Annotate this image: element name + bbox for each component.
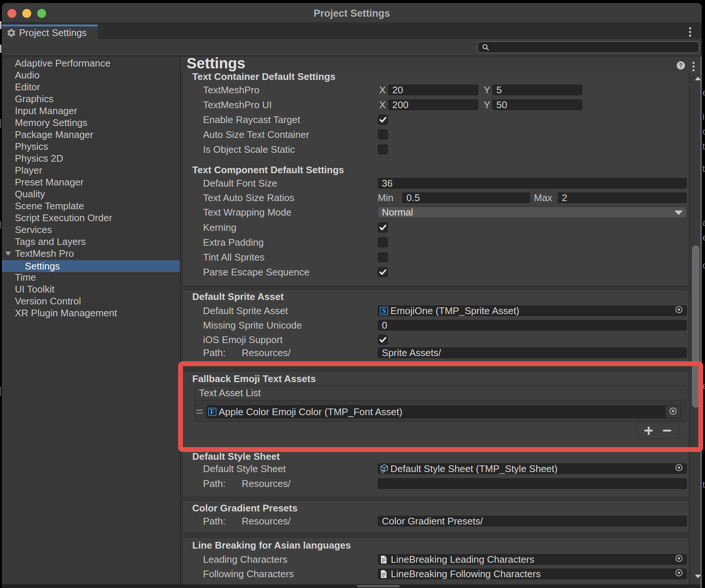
svg-text:?: ? (679, 62, 683, 69)
svg-text:{}: {} (381, 469, 384, 474)
